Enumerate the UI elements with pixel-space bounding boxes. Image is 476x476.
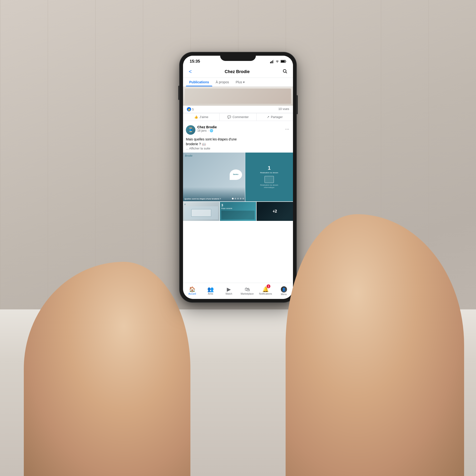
post-text: Mais quelles sont les étapes d'une brode…: [183, 137, 293, 153]
thumbnail-grid: 2 3 Étape suivante: [183, 202, 293, 221]
profile-icon: 👤: [281, 286, 287, 292]
phone-wrapper: 15:35: [180, 52, 296, 302]
marketplace-icon: 🛍: [245, 287, 250, 292]
svg-rect-3: [281, 61, 285, 62]
notification-badge: 1: [267, 284, 270, 288]
nav-home-label: Accueil: [188, 292, 196, 295]
post-meta: Chez Brodie 18 janv. · 🌐: [197, 125, 282, 132]
like-icon: 👍: [187, 107, 191, 111]
page-title: Chez Brodie: [194, 69, 281, 74]
like-button-icon: 👍: [194, 115, 198, 119]
watch-icon: ▶: [227, 287, 231, 292]
phone-notch: [220, 52, 256, 61]
share-button-label: Partager: [271, 115, 283, 119]
svg-line-5: [286, 72, 287, 73]
tabs-bar: Publications À propos Plus ▾: [183, 78, 293, 87]
nav-watch[interactable]: ▶ Watch: [220, 283, 238, 299]
nav-marketplace[interactable]: 🛍 Marketplace: [238, 283, 256, 299]
carousel-main-right: 1 Réalisation du dessin Réalisation du d…: [245, 153, 293, 201]
slide-dots: [232, 198, 244, 200]
post-more-button[interactable]: ···: [284, 125, 290, 133]
tab-publications[interactable]: Publications: [186, 78, 212, 86]
share-button-icon: ↗: [267, 115, 270, 119]
like-button[interactable]: 👍 J'aime: [183, 113, 220, 121]
privacy-globe-icon: 🌐: [210, 129, 213, 132]
home-icon: 🏠: [189, 287, 195, 292]
thumbnail-2[interactable]: 3 Étape suivante: [220, 202, 256, 221]
status-icons: [270, 60, 287, 63]
back-button[interactable]: <: [187, 68, 194, 76]
carousel-main-left: Quelles sont les étapes d'une broderie ?…: [183, 153, 245, 201]
signal-bar-3: [272, 60, 273, 63]
nav-menu[interactable]: 👤 Menu: [275, 283, 293, 299]
thumbnail-1[interactable]: 2: [183, 202, 220, 221]
nav-menu-label: Menu: [281, 293, 287, 296]
nav-friends[interactable]: 👥 Amis: [201, 283, 220, 299]
content-scroll: 👍 5 10 vues 👍 J'aime 💬 Commen: [183, 87, 293, 299]
post-date: 18 janv. · 🌐: [197, 129, 282, 132]
likes-count: 👍 5: [187, 107, 194, 111]
thumbnail-3[interactable]: ⚙ +2: [256, 202, 293, 221]
globe-icon: ·: [208, 129, 209, 132]
phone-screen: 15:35: [183, 56, 293, 299]
bottom-nav: 🏠 Accueil 👥 Amis ▶ Watch 🛍 Marketplace: [183, 283, 293, 299]
scene: 15:35: [0, 0, 476, 476]
battery-icon: [281, 60, 286, 63]
nav-marketplace-label: Marketplace: [241, 292, 254, 295]
nav-notifications-label: Notifications: [259, 292, 272, 295]
svg-point-0: [277, 62, 277, 63]
comment-button[interactable]: 💬 Commenter: [220, 113, 256, 121]
signal-bar-1: [270, 62, 271, 63]
search-button[interactable]: [281, 68, 289, 76]
profile-hero: [183, 87, 293, 106]
post-author: Chez Brodie: [197, 125, 282, 129]
nav-notifications[interactable]: 🔔 1 Notifications: [256, 283, 275, 299]
post: 🧵 Chez Brodie 18 janv. · 🌐 ···: [183, 123, 293, 221]
action-bar: 👍 J'aime 💬 Commenter ↗ Partager: [183, 113, 293, 121]
dot-5: [242, 198, 244, 200]
post-stats: 👍 5 10 vues: [183, 106, 293, 113]
comment-button-icon: 💬: [227, 115, 231, 119]
wifi-icon: [275, 60, 279, 63]
tab-plus[interactable]: Plus ▾: [232, 78, 248, 86]
svg-rect-2: [286, 61, 286, 62]
step-icon: [264, 176, 274, 183]
signal-icon: [270, 60, 274, 63]
views-count: 10 vues: [278, 107, 289, 111]
comment-button-label: Commenter: [233, 115, 249, 119]
share-button[interactable]: ↗ Partager: [256, 113, 293, 121]
signal-bar-2: [271, 61, 272, 63]
nav-home[interactable]: 🏠 Accueil: [183, 283, 201, 299]
dot-4: [240, 198, 241, 200]
signal-bar-4: [273, 60, 274, 63]
friends-icon: 👥: [207, 287, 214, 292]
read-more-link[interactable]: ... Afficher la suite: [186, 146, 290, 151]
image-carousel[interactable]: Quelles sont les étapes d'une broderie ?…: [183, 153, 293, 201]
post-header: 🧵 Chez Brodie 18 janv. · 🌐 ···: [183, 123, 293, 137]
step-label: Réalisation du dessin: [260, 171, 278, 174]
speech-bubble: Saviez-: [230, 170, 242, 180]
step-number: 1: [268, 165, 271, 171]
tab-a-propos[interactable]: À propos: [212, 78, 232, 86]
dot-2: [235, 198, 236, 200]
nav-friends-label: Amis: [208, 292, 213, 295]
search-icon: [283, 69, 287, 73]
dot-3: [237, 198, 239, 200]
more-photos-overlay[interactable]: +2: [256, 202, 293, 221]
phone: 15:35: [180, 52, 296, 302]
nav-bar: < Chez Brodie: [183, 66, 293, 78]
nav-watch-label: Watch: [226, 292, 232, 295]
like-button-label: J'aime: [200, 115, 208, 119]
status-time: 15:35: [190, 59, 200, 64]
avatar: 🧵: [186, 125, 195, 135]
dot-1: [232, 198, 234, 200]
logo: Brodie: [185, 154, 192, 157]
